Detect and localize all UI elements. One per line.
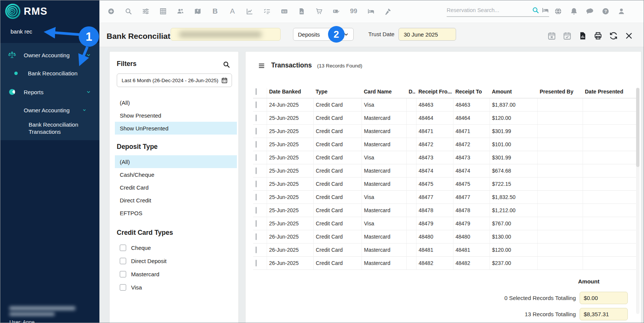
checkbox[interactable] [120,271,126,277]
deposit-type-option[interactable]: Credit Card [115,181,237,194]
menu-label: Owner Accounting [24,52,70,58]
column-header[interactable]: D.. [406,88,416,98]
column-header[interactable]: Receipt Fro... [416,88,453,98]
table-row[interactable]: 25-Jun-2025Credit CardVisa4847948479$767… [253,217,636,230]
deposit-type-option[interactable]: Direct Credit [115,194,237,207]
view-select[interactable]: Deposits [293,28,354,41]
deposit-type-option[interactable]: (All) [115,155,237,168]
map-icon[interactable] [194,8,201,15]
table-row[interactable]: 25-Jun-2025Credit CardMastercard48472484… [253,138,636,151]
row-checkbox[interactable] [256,181,256,187]
column-header[interactable]: Date Presented [583,88,636,98]
column-header[interactable]: Card Name [362,88,406,98]
sidebar-item-reports[interactable]: Reports [0,87,99,97]
property-field-redacted[interactable] [171,28,281,41]
checkbox-label: Mastercard [131,271,159,277]
column-header[interactable]: Amount [490,88,537,98]
quotes-icon[interactable]: 99 [350,8,357,15]
presented-filter-option[interactable]: (All) [115,96,237,109]
tools-hammer-icon[interactable] [385,8,392,15]
globe-icon[interactable] [554,7,562,15]
letter-a-icon[interactable]: A [229,8,236,15]
room-search-bed-icon[interactable] [542,6,549,14]
column-header[interactable]: Receipt To [453,88,490,98]
refresh-icon[interactable] [609,31,618,40]
select-all-checkbox[interactable] [256,88,256,95]
sidebar-search-input[interactable]: bank rec [11,27,90,36]
table-row[interactable]: 24-Jun-2025Credit CardVisa4846348463$1,8… [253,98,636,112]
add-icon[interactable] [107,8,115,15]
notifications-bell-icon[interactable] [570,7,578,15]
help-icon[interactable]: ? [601,7,610,15]
sidebar-item-bank-reconciliation[interactable]: Bank Reconciliation [0,68,99,78]
checkbox[interactable] [120,284,126,291]
calendar-cancel-icon[interactable] [547,31,556,40]
column-header[interactable]: Type [313,88,362,98]
table-row[interactable]: 25-Jun-2025Credit CardMastercard48475484… [253,178,636,191]
row-checkbox[interactable] [256,207,256,214]
table-row[interactable]: 26-Jun-2025Credit CardMastercard48480484… [253,230,636,243]
row-checkbox[interactable] [256,141,256,148]
column-header[interactable]: Date Banked [267,88,313,98]
bold-b-icon[interactable]: B [211,8,219,15]
card-payment-icon[interactable]: $ [281,8,288,15]
row-checkbox[interactable] [256,260,256,266]
row-checkbox[interactable] [256,233,256,240]
sidebar-item-owner-accounting-reports[interactable]: Owner Accounting [0,105,99,115]
user-account-icon[interactable] [617,7,626,15]
search-icon[interactable] [125,8,132,15]
checklist-icon[interactable] [263,8,271,15]
chart-icon[interactable] [246,8,253,15]
row-checkbox[interactable] [256,128,256,135]
row-checkbox[interactable] [256,194,256,201]
report-file-icon[interactable] [298,8,305,15]
deposit-type-option[interactable]: EFTPOS [115,207,237,219]
export-report-icon[interactable] [578,31,587,40]
credit-card-type-option[interactable]: Direct Deposit [115,254,237,268]
row-checkbox[interactable] [256,220,256,227]
table-row[interactable]: 25-Jun-2025Credit CardVisa4847348473$301… [253,151,636,164]
credit-card-type-option[interactable]: Mastercard [115,268,237,281]
checkbox[interactable] [120,245,126,251]
credit-card-type-option[interactable]: Cheque [115,241,237,254]
row-checkbox[interactable] [256,154,256,161]
rms-logo[interactable]: RMS [5,3,47,19]
presented-filter-option[interactable]: Show Presented [115,109,237,122]
table-row[interactable]: 25-Jun-2025Credit CardMastercard48474484… [253,164,636,178]
table-row[interactable]: 26-Jun-2025Credit CardMastercard48481484… [253,243,636,257]
presented-filter-option[interactable]: Show UnPresented [115,122,237,135]
row-checkbox[interactable] [256,115,256,121]
row-checkbox[interactable] [256,101,256,108]
calendar-confirm-icon[interactable] [563,31,572,40]
checkbox[interactable] [120,258,126,264]
trust-date-field[interactable]: 30 June 2025 [398,28,456,41]
table-row[interactable]: 25-Jun-2025Credit CardVisa4847748477$1,8… [253,191,636,204]
bed-icon[interactable] [367,8,375,15]
credit-card-type-option[interactable]: Visa [115,281,237,294]
table-row[interactable]: 25-Jun-2025Credit CardMastercard48471484… [253,125,636,138]
close-icon[interactable] [624,31,633,40]
reservation-search-input[interactable] [447,7,532,13]
sidebar-item-bank-reconciliation-transactions[interactable]: Bank Reconciliation Transactions [0,119,99,137]
filters-sliders-icon[interactable] [142,8,150,15]
table-header-row: Date BankedTypeCard NameD..Receipt Fro..… [253,88,636,98]
print-icon[interactable] [594,31,603,40]
sidebar-item-owner-accounting[interactable]: Owner Accounting [0,50,99,60]
column-header[interactable]: Presented By [537,88,583,98]
messages-chat-icon[interactable] [586,7,594,15]
billing-edit-icon[interactable]: $ [333,8,340,15]
row-checkbox[interactable] [256,246,256,253]
grid-table-icon[interactable] [159,8,167,15]
guests-icon[interactable] [177,8,184,15]
cart-icon[interactable] [315,8,323,15]
filter-search-icon[interactable] [223,61,230,68]
table-row[interactable]: 26-Jun-2025Credit CardMastercard48482484… [253,257,636,270]
table-scrollbar[interactable] [636,88,639,314]
date-range-picker[interactable]: Last 6 Month (26-Dec-2024 - 26-Jun-2025) [117,73,232,87]
table-row[interactable]: 25-Jun-2025Credit CardMastercard48478484… [253,204,636,217]
reservation-search-icon[interactable] [532,6,539,14]
transactions-menu-icon[interactable] [258,62,266,70]
row-checkbox[interactable] [256,167,256,174]
deposit-type-option[interactable]: Cash/Cheque [115,168,237,181]
table-row[interactable]: 25-Jun-2025Credit CardMastercard48464484… [253,112,636,125]
